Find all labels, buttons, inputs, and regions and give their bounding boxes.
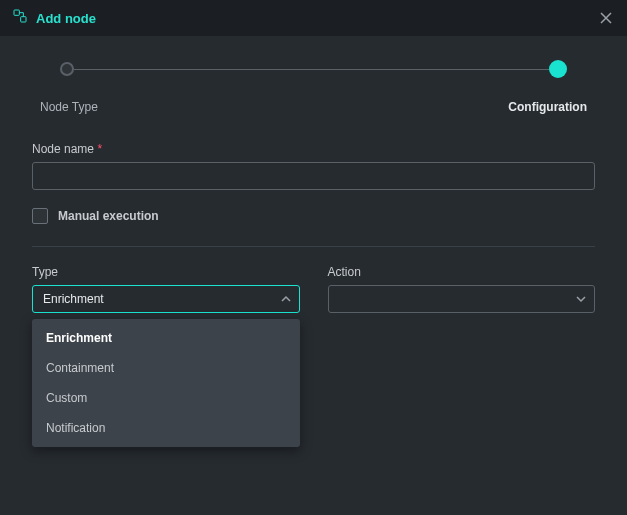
action-column: Action — [328, 265, 596, 313]
svg-rect-1 — [21, 17, 26, 22]
svg-rect-0 — [14, 10, 19, 15]
type-action-row: Type Enrichment Enrichment Containment C… — [32, 265, 595, 313]
type-column: Type Enrichment Enrichment Containment C… — [32, 265, 300, 313]
action-select[interactable] — [328, 285, 596, 313]
close-button[interactable] — [597, 9, 615, 27]
required-asterisk: * — [97, 142, 102, 156]
form-area: Node name * Manual execution Type Enrich… — [0, 130, 627, 325]
step-label-configuration: Configuration — [508, 100, 587, 114]
add-node-icon — [12, 8, 28, 28]
node-name-input[interactable] — [32, 162, 595, 190]
type-option-enrichment[interactable]: Enrichment — [32, 323, 300, 353]
chevron-up-icon — [281, 294, 291, 304]
type-select[interactable]: Enrichment — [32, 285, 300, 313]
dialog-title: Add node — [36, 11, 96, 26]
dialog-header: Add node — [0, 0, 627, 36]
section-divider — [32, 246, 595, 247]
header-left: Add node — [12, 8, 96, 28]
type-label: Type — [32, 265, 300, 279]
node-name-label-text: Node name — [32, 142, 94, 156]
step-dot-configuration[interactable] — [549, 60, 567, 78]
stepper-labels: Node Type Configuration — [0, 94, 627, 130]
type-option-containment[interactable]: Containment — [32, 353, 300, 383]
node-name-label: Node name * — [32, 142, 595, 156]
manual-execution-label: Manual execution — [58, 209, 159, 223]
step-label-node-type: Node Type — [40, 100, 98, 114]
action-label: Action — [328, 265, 596, 279]
step-line — [74, 69, 549, 70]
stepper — [0, 36, 627, 94]
manual-execution-checkbox[interactable] — [32, 208, 48, 224]
type-dropdown: Enrichment Containment Custom Notificati… — [32, 319, 300, 447]
type-select-value: Enrichment — [43, 292, 104, 306]
step-dot-node-type[interactable] — [60, 62, 74, 76]
type-option-notification[interactable]: Notification — [32, 413, 300, 443]
manual-execution-row: Manual execution — [32, 208, 595, 224]
chevron-down-icon — [576, 294, 586, 304]
type-option-custom[interactable]: Custom — [32, 383, 300, 413]
stepper-track — [60, 60, 567, 78]
